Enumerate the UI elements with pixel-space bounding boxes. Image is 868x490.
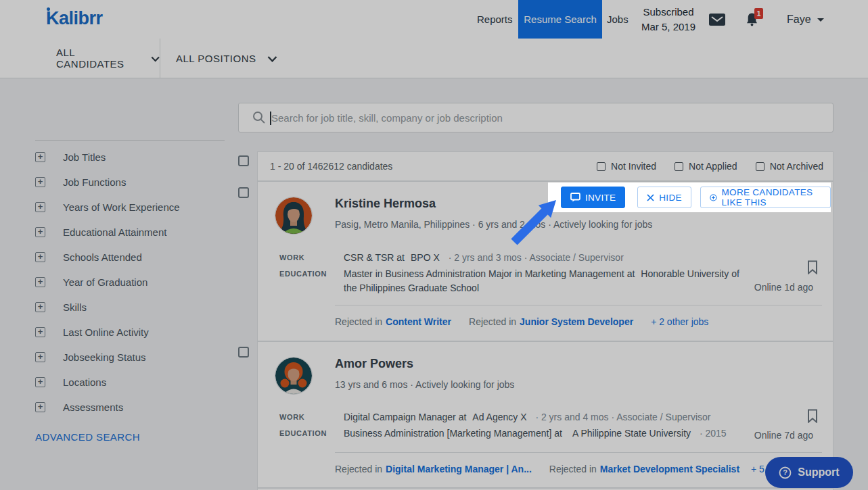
chat-bubble-icon	[570, 193, 580, 202]
candidate-actions-spotlight: INVITE HIDE MORE CANDIDATES LIKE THIS	[548, 182, 831, 212]
invite-button[interactable]: INVITE	[561, 187, 625, 208]
more-candidates-button[interactable]: MORE CANDIDATES LIKE THIS	[700, 187, 831, 208]
circle-plus-icon	[710, 193, 717, 203]
x-icon	[647, 194, 654, 201]
dim-overlay	[0, 0, 868, 490]
hide-button[interactable]: HIDE	[637, 187, 691, 208]
tutorial-arrow-icon	[507, 197, 560, 251]
